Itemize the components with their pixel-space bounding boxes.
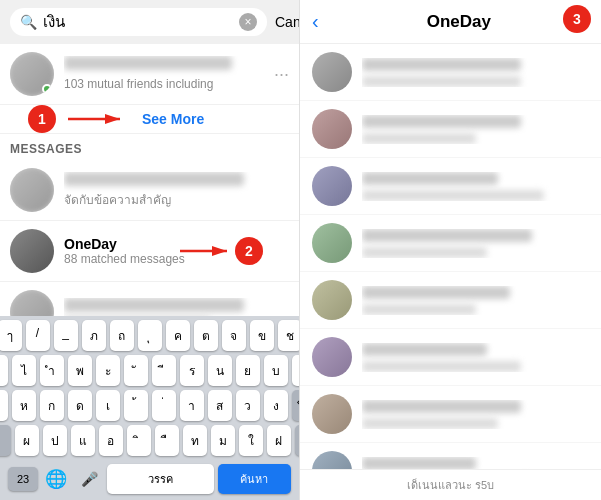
right-avatar-1 bbox=[312, 52, 352, 92]
annotation-1: 1 bbox=[28, 105, 56, 133]
key-พ[interactable]: พ bbox=[68, 355, 92, 386]
key-ส[interactable]: ส bbox=[208, 390, 232, 421]
key-ล[interactable]: ล bbox=[292, 355, 301, 386]
key-ง[interactable]: ง bbox=[264, 390, 288, 421]
key-แ[interactable]: แ bbox=[71, 425, 95, 456]
key-บ[interactable]: บ bbox=[264, 355, 288, 386]
key-space[interactable]: วรรค bbox=[107, 464, 213, 494]
see-more-button[interactable]: See More bbox=[142, 111, 204, 127]
row-info: 103 mutual friends including bbox=[64, 56, 274, 92]
key-ว[interactable]: ว bbox=[236, 390, 260, 421]
key-ค[interactable]: ค bbox=[166, 320, 190, 351]
key-ฟ[interactable]: ฟ bbox=[0, 390, 8, 421]
message-row-1[interactable]: จัดกับข้อความสำคัญ bbox=[0, 160, 299, 221]
list-item[interactable] bbox=[300, 44, 601, 101]
key-ใ[interactable]: ใ bbox=[239, 425, 263, 456]
key-้[interactable]: ้ bbox=[124, 390, 148, 421]
search-input[interactable] bbox=[43, 14, 233, 31]
right-item-info-3 bbox=[362, 172, 589, 201]
right-item-info-1 bbox=[362, 58, 589, 87]
globe-icon[interactable]: 🌐 bbox=[42, 468, 71, 490]
key-ำ[interactable]: ำ bbox=[40, 355, 64, 386]
list-item[interactable] bbox=[300, 101, 601, 158]
key-ย[interactable]: ย bbox=[236, 355, 260, 386]
list-item[interactable] bbox=[300, 215, 601, 272]
blurred-right-name-5 bbox=[362, 286, 510, 299]
key-ุ[interactable]: ุ bbox=[138, 320, 162, 351]
key-ก[interactable]: ก bbox=[40, 390, 64, 421]
key-ๆ[interactable]: ๆ bbox=[0, 355, 8, 386]
key-search[interactable]: ค้นหา bbox=[218, 464, 291, 494]
row-info-msg-3 bbox=[64, 298, 289, 317]
key-ะ[interactable]: ะ bbox=[96, 355, 120, 386]
avatar-dog bbox=[10, 229, 54, 273]
key-ต[interactable]: ต bbox=[194, 320, 218, 351]
key-อ[interactable]: อ bbox=[99, 425, 123, 456]
list-item[interactable] bbox=[300, 443, 601, 469]
right-avatar-6 bbox=[312, 337, 352, 377]
key-num[interactable]: 23 bbox=[8, 467, 38, 491]
blurred-name bbox=[64, 56, 232, 70]
key-่[interactable]: ่ bbox=[152, 390, 176, 421]
key-slash[interactable]: / bbox=[26, 320, 50, 351]
key-จ[interactable]: จ bbox=[222, 320, 246, 351]
keyboard-row-1: ๅ / _ ภ ถ ุ ค ต จ ข ช bbox=[2, 320, 297, 351]
key-ื[interactable]: ื bbox=[155, 425, 179, 456]
avatar-msg-3 bbox=[10, 290, 54, 316]
list-item[interactable] bbox=[300, 329, 601, 386]
key-ี[interactable]: ี bbox=[152, 355, 176, 386]
blurred-right-sub-2 bbox=[362, 133, 476, 144]
key-ม[interactable]: ม bbox=[211, 425, 235, 456]
annotation-3: 3 bbox=[563, 5, 591, 33]
people-row[interactable]: 103 mutual friends including ··· bbox=[0, 44, 299, 105]
key-ผ[interactable]: ผ bbox=[15, 425, 39, 456]
key-ห[interactable]: ห bbox=[12, 390, 36, 421]
key-ั[interactable]: ั bbox=[124, 355, 148, 386]
more-icon: ··· bbox=[274, 64, 289, 85]
online-indicator bbox=[42, 84, 52, 94]
key-ิ[interactable]: ิ bbox=[127, 425, 151, 456]
key-delete[interactable]: ⌫ bbox=[292, 390, 301, 421]
list-item[interactable] bbox=[300, 386, 601, 443]
key-ช[interactable]: ช bbox=[278, 320, 301, 351]
right-item-info-4 bbox=[362, 229, 589, 258]
key-า[interactable]: า bbox=[180, 390, 204, 421]
key-ถ[interactable]: ถ bbox=[110, 320, 134, 351]
key-delete-2[interactable]: ⌫ bbox=[295, 425, 301, 456]
avatar-msg-1 bbox=[10, 168, 54, 212]
list-item[interactable] bbox=[300, 158, 601, 215]
cancel-button[interactable]: Cancel bbox=[275, 14, 300, 30]
right-avatar-5 bbox=[312, 280, 352, 320]
back-button[interactable]: ‹ bbox=[312, 10, 319, 33]
row-info-msg-1: จัดกับข้อความสำคัญ bbox=[64, 172, 289, 209]
blurred-right-sub-3 bbox=[362, 190, 544, 201]
blurred-right-name-1 bbox=[362, 58, 521, 71]
right-avatar-3 bbox=[312, 166, 352, 206]
key-ภ[interactable]: ภ bbox=[82, 320, 106, 351]
blurred-name-1 bbox=[64, 172, 244, 186]
key-ป[interactable]: ป bbox=[43, 425, 67, 456]
key-ด[interactable]: ด bbox=[68, 390, 92, 421]
right-item-info-2 bbox=[362, 115, 589, 144]
blurred-right-sub-6 bbox=[362, 361, 521, 372]
key-ท[interactable]: ท bbox=[183, 425, 207, 456]
search-input-wrapper: 🔍 × bbox=[10, 8, 267, 36]
mutual-friends-text: 103 mutual friends including bbox=[64, 77, 213, 91]
key-under[interactable]: _ bbox=[54, 320, 78, 351]
key-ข[interactable]: ข bbox=[250, 320, 274, 351]
key-ๅ[interactable]: ๅ bbox=[0, 320, 22, 351]
message-row-oneday[interactable]: OneDay 88 matched messages 2 bbox=[0, 221, 299, 282]
blurred-sub-3 bbox=[64, 316, 210, 317]
key-ไ[interactable]: ไ bbox=[12, 355, 36, 386]
message-row-3[interactable] bbox=[0, 282, 299, 316]
keyboard: ๅ / _ ภ ถ ุ ค ต จ ข ช ๆ ไ ำ พ ะ ั ี ร น … bbox=[0, 316, 299, 500]
key-ร[interactable]: ร bbox=[180, 355, 204, 386]
key-shift[interactable]: ⇧ bbox=[0, 425, 11, 456]
key-น[interactable]: น bbox=[208, 355, 232, 386]
mic-icon[interactable]: 🎤 bbox=[75, 471, 104, 487]
key-เ[interactable]: เ bbox=[96, 390, 120, 421]
list-item[interactable] bbox=[300, 272, 601, 329]
clear-button[interactable]: × bbox=[239, 13, 257, 31]
key-ฝ[interactable]: ฝ bbox=[267, 425, 291, 456]
blurred-right-name-6 bbox=[362, 343, 487, 356]
